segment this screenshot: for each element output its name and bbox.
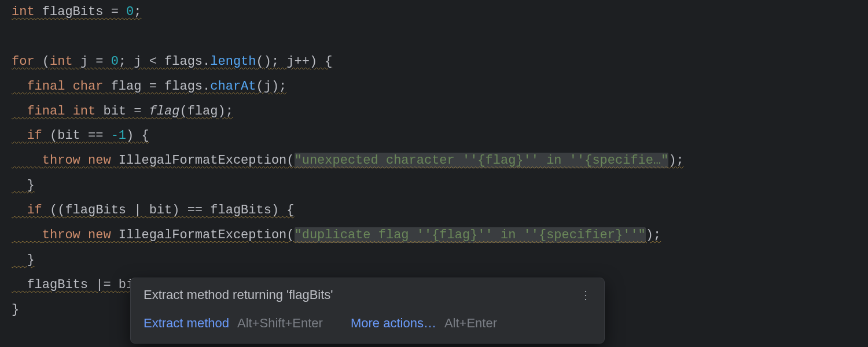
punct: == (179, 203, 210, 217)
code-editor[interactable]: int flagBits = 0; for (int j = 0; j < fl… (0, 0, 868, 347)
code-line[interactable]: throw new IllegalFormatException("unexpe… (12, 149, 868, 174)
method-call: flag (149, 104, 180, 119)
punct: ( (256, 79, 264, 94)
punct: |= (88, 278, 119, 292)
popup-header: Extract method returning 'flagBits' ⋮ (144, 286, 591, 304)
identifier: flagBits (27, 278, 88, 292)
punct: ( (286, 153, 294, 168)
number: 0 (126, 5, 134, 19)
punct: ); (646, 228, 661, 242)
identifier: j++ (286, 54, 310, 69)
identifier: bit (95, 104, 126, 119)
string-literal: "duplicate flag ''{flag}'' in ''{specifi… (295, 227, 646, 243)
class-name: IllegalFormatException (119, 228, 286, 242)
code-line[interactable]: throw new IllegalFormatException("duplic… (12, 223, 868, 248)
identifier: j (73, 54, 88, 69)
popup-action-extract-method[interactable]: Extract methodAlt+Shift+Enter (144, 315, 323, 333)
code-line[interactable]: final char flag = flags.charAt(j); (12, 75, 868, 99)
identifier: flagBits (65, 203, 126, 217)
identifier: flagBits (210, 203, 271, 217)
punct: ; (119, 54, 134, 69)
shortcut-label: Alt+Enter (444, 316, 497, 330)
identifier: flags (164, 54, 203, 69)
punct: ) { (271, 203, 295, 217)
action-link[interactable]: More actions… (351, 316, 436, 330)
keyword: new (88, 228, 111, 242)
keyword: if (27, 203, 42, 217)
code-line[interactable]: if (bit == -1) { (12, 124, 868, 149)
shortcut-label: Alt+Shift+Enter (237, 316, 323, 330)
identifier: flag (187, 104, 218, 119)
identifier: bit (149, 203, 172, 217)
intention-popup: Extract method returning 'flagBits' ⋮ Ex… (130, 278, 605, 344)
punct: ) (172, 203, 179, 217)
code-line[interactable] (12, 25, 868, 50)
punct: ); (271, 79, 286, 94)
punct: | (126, 203, 149, 217)
keyword: if (27, 128, 42, 143)
keyword: new (88, 153, 111, 168)
punct: ); (668, 153, 683, 168)
popup-title: Extract method returning 'flagBits' (144, 286, 333, 304)
punct: ) { (126, 128, 149, 143)
punct: ) { (310, 54, 333, 69)
punct: = (88, 54, 111, 69)
popup-actions: Extract methodAlt+Shift+Enter More actio… (144, 315, 591, 333)
method-call: charAt (210, 79, 256, 94)
punct: = (141, 79, 164, 94)
punct: < (141, 54, 164, 69)
number: -1 (111, 128, 126, 143)
code-line[interactable]: if ((flagBits | bit) == flagBits) { (12, 198, 868, 223)
code-line[interactable]: } (12, 174, 868, 198)
popup-action-more-actions[interactable]: More actions…Alt+Enter (351, 315, 497, 333)
punct: = (103, 5, 126, 19)
code-line[interactable]: int flagBits = 0; (12, 0, 868, 25)
keyword: char (73, 79, 104, 94)
punct: ); (218, 104, 233, 119)
punct: = (126, 104, 149, 119)
punct: (( (42, 203, 65, 217)
code-line[interactable]: final int bit = flag(flag); (12, 99, 868, 124)
keyword: throw (42, 153, 80, 168)
punct: == (80, 128, 111, 143)
keyword: int (73, 104, 96, 119)
identifier: j (264, 79, 271, 94)
identifier: flag (103, 79, 141, 94)
punct: ( (179, 104, 187, 119)
number: 0 (111, 54, 119, 69)
keyword: throw (42, 228, 80, 242)
keyword: final (27, 79, 65, 94)
punct: () (256, 54, 271, 69)
punct: ( (286, 228, 294, 242)
punct: ( (35, 54, 50, 69)
keyword: for (12, 54, 35, 69)
identifier: flags (164, 79, 203, 94)
keyword: int (12, 5, 35, 19)
code-line[interactable]: } (12, 248, 868, 273)
keyword: final (27, 104, 65, 119)
punct: . (203, 79, 210, 94)
punct: ; (134, 5, 141, 19)
punct: ( (42, 128, 57, 143)
method-call: length (210, 54, 256, 69)
code-line[interactable]: for (int j = 0; j < flags.length(); j++)… (12, 50, 868, 75)
identifier: bit (57, 128, 80, 143)
more-vertical-icon[interactable]: ⋮ (580, 287, 591, 303)
identifier: flagBits (42, 5, 104, 19)
action-link[interactable]: Extract method (144, 316, 229, 330)
class-name: IllegalFormatException (119, 153, 286, 168)
string-literal: "unexpected character ''{flag}'' in ''{s… (295, 153, 669, 168)
brace: } (12, 302, 19, 317)
identifier: j (134, 54, 141, 69)
punct: . (203, 54, 210, 69)
keyword: int (50, 54, 73, 69)
punct: ; (271, 54, 286, 69)
brace: } (27, 178, 34, 193)
brace: } (27, 253, 34, 267)
